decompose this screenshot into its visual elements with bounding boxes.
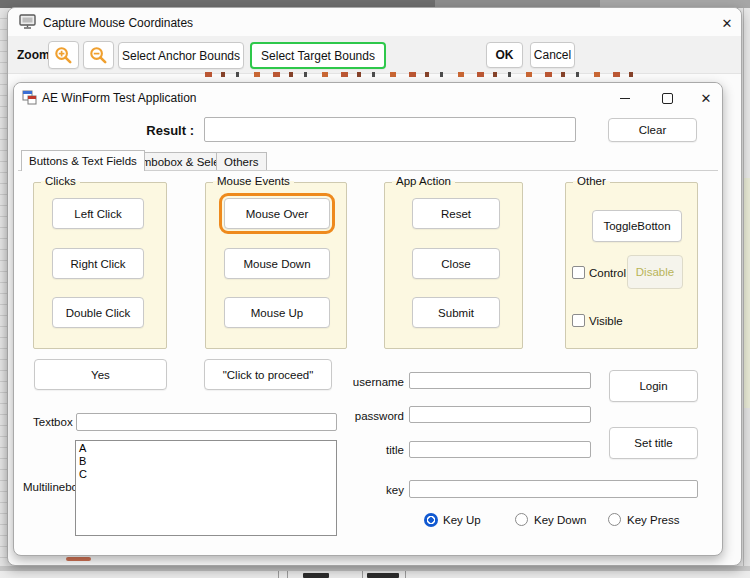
outer-toolbar: Zoom: (8, 36, 741, 74)
background-bottom-fragment-1 (303, 573, 329, 578)
select-anchor-bounds-button[interactable]: Select Anchor Bounds (118, 42, 244, 69)
background-right-strip (743, 8, 750, 578)
toggle-botton-button[interactable]: ToggleBotton (592, 210, 682, 242)
inner-close-button[interactable]: ✕ (691, 86, 721, 110)
right-click-button[interactable]: Right Click (52, 248, 144, 279)
title-input[interactable] (409, 441, 591, 458)
textbox-label: Textbox (33, 416, 73, 428)
radio-key-up[interactable] (424, 513, 438, 527)
cancel-button[interactable]: Cancel (530, 42, 575, 68)
other-group-label: Other (573, 175, 610, 187)
username-label: username (349, 376, 404, 388)
mouse-down-button[interactable]: Mouse Down (224, 248, 330, 279)
radio-key-up-label: Key Up (443, 514, 481, 526)
mouse-events-group: Mouse Events Mouse Over Mouse Down Mouse… (205, 182, 347, 349)
background-bottom-fragment-2 (367, 573, 399, 578)
left-click-button[interactable]: Left Click (52, 198, 144, 229)
minimize-icon (620, 98, 630, 99)
tab-others[interactable]: Others (216, 152, 267, 171)
multilinebox-textarea[interactable]: A B C (75, 440, 337, 536)
mouse-up-button[interactable]: Mouse Up (224, 297, 330, 328)
ok-button[interactable]: OK (486, 42, 523, 68)
visible-checkbox-label: Visible (589, 315, 623, 327)
close-button[interactable]: Close (412, 248, 500, 279)
set-title-button[interactable]: Set title (609, 427, 698, 459)
capture-app-icon (19, 14, 36, 34)
clicks-group: Clicks Left Click Right Click Double Cli… (33, 182, 167, 349)
maximize-button[interactable] (652, 86, 682, 110)
covered-content-artifacts (205, 72, 643, 77)
app-action-group-label: App Action (392, 175, 455, 187)
winform-test-application-window: AE WinForm Test Application ✕ Result : C… (13, 82, 723, 556)
background-bottom-divider-1 (278, 571, 279, 578)
background-bottom-divider-3 (362, 571, 363, 578)
key-label: key (349, 484, 404, 496)
zoom-in-button[interactable] (48, 41, 79, 69)
other-group: Other ToggleBotton Control Disable Visib… (565, 182, 698, 349)
disable-button[interactable]: Disable (627, 255, 683, 289)
select-target-bounds-button[interactable]: Select Target Bounds (250, 42, 386, 69)
visible-checkbox[interactable] (572, 314, 585, 327)
control-checkbox-label: Control (589, 267, 626, 279)
background-bottom-divider-4 (405, 571, 406, 578)
inner-window-title: AE WinForm Test Application (42, 91, 197, 105)
zoom-out-icon (89, 46, 108, 65)
clear-button[interactable]: Clear (608, 118, 697, 142)
radio-key-down[interactable] (515, 513, 528, 526)
mouse-events-group-label: Mouse Events (213, 175, 294, 187)
submit-button[interactable]: Submit (412, 297, 500, 328)
outer-close-icon: ✕ (722, 17, 733, 30)
tab-others-label: Others (224, 156, 259, 168)
click-to-proceed-button[interactable]: "Click to proceed" (204, 359, 332, 390)
tab-buttons-text-fields-label: Buttons & Text Fields (29, 155, 137, 167)
background-bottom-divider-2 (287, 571, 288, 578)
double-click-button[interactable]: Double Click (52, 297, 144, 328)
outer-window-title: Capture Mouse Coordinates (43, 16, 193, 30)
app-action-group: App Action Reset Close Submit (384, 182, 523, 349)
result-input[interactable] (204, 117, 576, 142)
minimize-button[interactable] (610, 86, 640, 110)
control-checkbox[interactable] (572, 266, 585, 279)
radio-key-press-label: Key Press (627, 514, 679, 526)
inner-title-bar: AE WinForm Test Application ✕ (14, 83, 722, 111)
username-input[interactable] (409, 372, 591, 389)
result-label: Result : (74, 123, 194, 138)
zoom-out-button[interactable] (83, 41, 114, 69)
covered-content-artifact-small (66, 557, 91, 561)
zoom-in-icon (54, 46, 73, 65)
yes-button[interactable]: Yes (34, 359, 167, 390)
reset-button[interactable]: Reset (412, 198, 500, 229)
login-button[interactable]: Login (609, 370, 698, 402)
screenshot-canvas: Capture Mouse Coordinates ✕ Zoom: (0, 0, 750, 578)
outer-close-button[interactable]: ✕ (712, 11, 742, 35)
key-input[interactable] (409, 480, 698, 498)
clicks-group-label: Clicks (41, 175, 80, 187)
outer-title-bar: Capture Mouse Coordinates ✕ (8, 8, 741, 36)
mouse-over-button[interactable]: Mouse Over (224, 198, 330, 229)
radio-key-down-label: Key Down (534, 514, 586, 526)
inner-close-icon: ✕ (701, 92, 712, 105)
textbox-input[interactable] (76, 413, 337, 431)
maximize-icon (662, 93, 673, 104)
password-input[interactable] (409, 406, 591, 423)
tab-buttons-text-fields[interactable]: Buttons & Text Fields (21, 150, 145, 171)
winform-app-icon (22, 90, 37, 109)
title-label: title (349, 444, 404, 456)
radio-key-press[interactable] (608, 513, 621, 526)
password-label: password (349, 410, 404, 422)
